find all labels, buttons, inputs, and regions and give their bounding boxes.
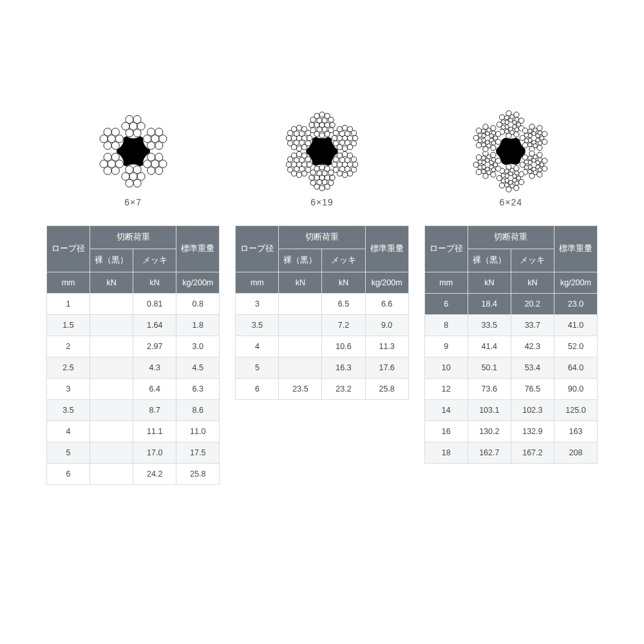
svg-point-264: [506, 187, 511, 192]
svg-point-237: [542, 166, 547, 171]
unit-kg: kg/200m: [365, 272, 408, 294]
cell: 6.3: [176, 379, 220, 400]
svg-point-121: [319, 185, 325, 191]
svg-point-8: [133, 115, 141, 123]
cell: [90, 442, 133, 464]
wire-rope-diagram-icon: [280, 109, 364, 193]
cell: 33.5: [468, 315, 511, 336]
svg-point-160: [302, 144, 307, 149]
svg-point-61: [319, 133, 325, 138]
svg-point-28: [133, 179, 141, 187]
table-row: 36.56.6: [236, 294, 408, 315]
cell: 2.97: [133, 336, 176, 357]
spec-column: 6×24ロープ径切断荷重標準重量裸（黒）メッキmmkNkNkg/200m618.…: [424, 109, 598, 485]
table-row: 3.57.29.0: [236, 315, 408, 336]
svg-point-103: [333, 167, 338, 173]
cell: 14: [424, 400, 468, 421]
page-content: 6×7ロープ径切断荷重標準重量裸（黒）メッキmmkNkNkg/200m10.81…: [0, 0, 644, 485]
svg-point-319: [491, 126, 496, 131]
cell: 53.4: [511, 357, 554, 379]
svg-point-5: [126, 129, 133, 137]
cell: 1.5: [47, 315, 90, 336]
table-row: 16130.2132.9163: [424, 421, 597, 442]
cell: 4: [236, 336, 279, 357]
svg-point-89: [351, 130, 356, 135]
svg-point-193: [506, 111, 511, 116]
cell: 9: [424, 336, 468, 357]
cell: [90, 379, 133, 400]
col-plated: メッキ: [322, 249, 365, 272]
col-plated: メッキ: [511, 249, 554, 272]
col-plated: メッキ: [133, 249, 176, 272]
col-breaking: 切断荷重: [468, 226, 554, 249]
svg-point-143: [288, 167, 293, 173]
spec-column: 6×7ロープ径切断荷重標準重量裸（黒）メッキmmkNkNkg/200m10.81…: [46, 109, 220, 485]
cell: 9.0: [365, 315, 408, 336]
col-breaking: 切断荷重: [90, 226, 176, 249]
svg-point-127: [319, 165, 325, 170]
cell: 11.1: [133, 421, 176, 442]
svg-point-188: [514, 132, 519, 137]
svg-point-211: [538, 131, 543, 135]
cell: 3: [47, 379, 90, 400]
cell: 4: [47, 421, 90, 442]
cell: 18.4: [468, 294, 511, 315]
cell: 132.9: [511, 421, 554, 442]
svg-point-43: [115, 135, 123, 142]
svg-point-87: [342, 125, 347, 130]
diagram-caption: 6×7: [124, 197, 142, 207]
svg-point-279: [491, 167, 496, 172]
cell: 6.5: [322, 294, 365, 315]
svg-point-295: [496, 158, 501, 164]
svg-point-129: [328, 170, 334, 175]
cell: 11.3: [365, 336, 408, 357]
svg-point-107: [342, 151, 347, 156]
col-bare: 裸（黒）: [279, 249, 322, 272]
col-bare: 裸（黒）: [90, 249, 133, 272]
svg-point-304: [491, 141, 496, 146]
cell: 1: [47, 294, 90, 315]
svg-point-312: [496, 139, 501, 144]
svg-point-164: [286, 135, 291, 140]
svg-point-15: [147, 128, 155, 136]
cell: [90, 294, 133, 315]
cell: [90, 421, 133, 442]
svg-point-81: [342, 146, 347, 151]
svg-point-31: [126, 166, 133, 173]
table-row: 18162.7167.2208: [424, 442, 597, 464]
svg-point-189: [506, 133, 511, 138]
cell: 0.8: [176, 294, 220, 315]
svg-point-29: [126, 179, 133, 187]
svg-point-19: [158, 160, 166, 167]
svg-point-58: [330, 122, 335, 128]
svg-point-84: [332, 135, 337, 140]
svg-point-66: [314, 113, 319, 118]
table-row: 941.442.352.0: [424, 336, 597, 357]
cell: [90, 315, 133, 336]
svg-point-22: [143, 160, 151, 167]
cell: [279, 336, 322, 357]
svg-point-36: [111, 167, 119, 175]
cell: 3.5: [47, 400, 90, 421]
svg-point-48: [111, 128, 119, 136]
table-row: 3.58.78.6: [47, 400, 220, 421]
svg-point-86: [337, 127, 342, 132]
svg-point-10: [151, 135, 158, 142]
cell: 73.6: [468, 379, 511, 400]
svg-point-45: [104, 142, 111, 149]
cell: 5: [47, 442, 90, 464]
cell: 41.0: [554, 315, 597, 336]
svg-point-270: [519, 171, 524, 176]
svg-point-14: [143, 135, 151, 142]
svg-point-216: [520, 135, 525, 140]
svg-point-238: [537, 172, 542, 177]
table-row: 1273.676.590.0: [424, 379, 597, 400]
table-row: 1050.153.464.0: [424, 357, 597, 379]
spec-table: ロープ径切断荷重標準重量裸（黒）メッキmmkNkNkg/200m10.810.8…: [46, 225, 220, 485]
svg-point-123: [310, 180, 316, 185]
wire-rope-diagram-icon: [469, 109, 553, 193]
svg-point-195: [519, 118, 524, 123]
svg-point-220: [542, 131, 547, 137]
svg-point-317: [477, 128, 482, 133]
unit-kn: kN: [90, 272, 133, 294]
